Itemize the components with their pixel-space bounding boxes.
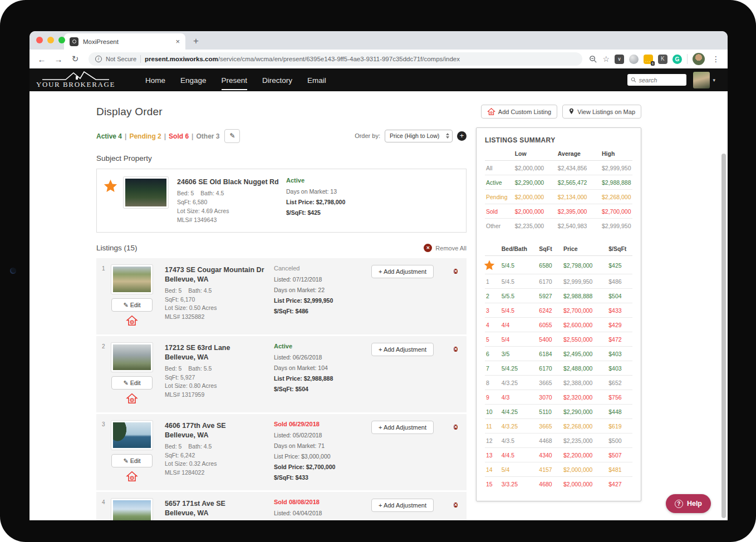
detail-price: $2,988,888: [562, 289, 607, 303]
days-on-market: Days on Market: 13: [286, 188, 384, 195]
zoom-window-button[interactable]: [58, 37, 65, 43]
extension-dark-icon[interactable]: K: [658, 55, 667, 64]
new-tab-button[interactable]: +: [193, 36, 199, 50]
filter-other[interactable]: Other 3: [196, 132, 219, 140]
detail-sqft: 4340: [538, 448, 562, 462]
extension-yellow-icon[interactable]: ...6: [644, 55, 653, 64]
edit-listing-button[interactable]: ✎ Edit: [111, 298, 153, 312]
price-low: $2,000,000: [514, 204, 557, 219]
user-menu[interactable]: ▾: [693, 72, 715, 88]
listing-row: 3✎ Edit4606 177th Ave SEBellevue, WABed:…: [96, 414, 467, 490]
listing-status-col: ActiveDays on Market: 13List Price: $2,7…: [286, 177, 384, 224]
brand-name: YOUR BROKERAGE: [36, 80, 115, 89]
list-price: List Price: $2,999,950: [274, 297, 371, 304]
bath-value: Bath: 4.5: [188, 287, 212, 294]
remove-listing-button[interactable]: ✕: [454, 265, 458, 329]
scrollbar-thumb[interactable]: [721, 154, 726, 518]
detail-price: $2,235,000: [562, 433, 607, 448]
detail-bedbath: 5/4.5: [500, 274, 538, 289]
nav-item-engage[interactable]: Engage: [180, 70, 207, 90]
price-high: $2,268,000: [601, 190, 632, 204]
minimize-window-button[interactable]: [47, 37, 54, 43]
filter-sold[interactable]: Sold 6: [169, 132, 189, 140]
address-bar[interactable]: i Not Secure present.moxiworks.com/servi…: [89, 52, 582, 66]
nav-item-present[interactable]: Present: [222, 70, 248, 90]
house-gear-icon[interactable]: [126, 470, 138, 485]
remove-listing-button[interactable]: ✕: [454, 421, 458, 485]
tab-close-icon[interactable]: ×: [175, 37, 180, 46]
bed-value: Bed: 5: [165, 443, 181, 450]
detail-bedbath: 3/5: [500, 347, 538, 361]
reload-icon[interactable]: ↻: [68, 54, 82, 64]
detail-persqft: $756: [607, 390, 632, 405]
edit-listing-button[interactable]: ✎ Edit: [111, 376, 153, 390]
browser-menu-icon[interactable]: ⋮: [710, 55, 722, 63]
help-button[interactable]: ? Help: [666, 494, 711, 513]
bookmark-star-icon[interactable]: ☆: [602, 55, 610, 63]
status-badge: Active: [286, 177, 384, 184]
grammarly-extension-icon[interactable]: G: [672, 55, 682, 64]
listing-address: 5657 171st Ave SEBellevue, WA: [165, 499, 274, 518]
browser-tabstrip: MoxiPresent × +: [30, 31, 728, 50]
browser-toolbar: ← → ↻ i Not Secure present.moxiworks.com…: [30, 50, 728, 68]
listing-photo: [111, 499, 153, 520]
add-adjustment-button[interactable]: + Add Adjustment: [371, 343, 434, 356]
search-input[interactable]: [639, 77, 683, 83]
browser-tab[interactable]: MoxiPresent ×: [64, 33, 185, 50]
detail-sqft: 6170: [538, 361, 562, 376]
remove-listing-icon: ✕: [454, 269, 458, 274]
price-low: $2,000,000: [514, 161, 557, 175]
add-custom-listing-button[interactable]: Add Custom Listing: [481, 105, 557, 119]
pocket-extension-icon[interactable]: ∨: [615, 55, 624, 64]
detail-sqft: 6242: [538, 303, 562, 318]
detail-row-number: 5: [485, 332, 500, 347]
edit-listing-button[interactable]: ✎ Edit: [111, 454, 153, 467]
zoom-icon[interactable]: [589, 55, 597, 63]
detail-sqft: 5927: [538, 289, 562, 303]
price-high: $2,999,950: [601, 219, 632, 233]
detail-price: $2,550,000: [562, 332, 607, 347]
listing-row: 4✎ Edit5657 171st Ave SEBellevue, WABed:…: [96, 492, 467, 520]
detail-price: $2,320,000: [562, 390, 607, 405]
nav-item-directory[interactable]: Directory: [262, 70, 292, 90]
remove-listing-button[interactable]: ✕: [454, 343, 458, 407]
listing-status-col: ActiveListed: 06/26/2018Days on Market: …: [274, 343, 371, 407]
add-listing-plus-button[interactable]: +: [457, 131, 467, 141]
filter-active[interactable]: Active 4: [96, 132, 122, 140]
bed-bath-line: Bed: 5Bath: 4.5: [165, 442, 274, 451]
forward-icon[interactable]: →: [52, 55, 65, 64]
remove-listing-button[interactable]: ✕: [454, 499, 458, 520]
edit-filters-button[interactable]: ✎: [224, 129, 240, 143]
detail-persqft: $472: [607, 332, 632, 347]
order-by-select[interactable]: Price (High to Low): [385, 130, 453, 142]
add-adjustment-button[interactable]: + Add Adjustment: [371, 499, 434, 512]
browser-profile-avatar[interactable]: [693, 53, 705, 65]
adjustment-col: + Add Adjustment: [371, 499, 434, 520]
brand-logo[interactable]: YOUR BROKERAGE: [36, 71, 115, 89]
extension-globe-icon[interactable]: [629, 55, 639, 64]
price-table-corner: [485, 146, 514, 161]
price-average: $2,565,472: [557, 175, 601, 190]
remove-all-button[interactable]: ✕ Remove All: [424, 244, 467, 252]
nav-search-box[interactable]: [627, 74, 686, 86]
mls-line: MLS# 1325882: [165, 313, 274, 322]
detail-sqft: 3665: [538, 419, 562, 433]
detail-sqft: 6184: [538, 347, 562, 361]
add-adjustment-button[interactable]: + Add Adjustment: [371, 421, 434, 434]
user-avatar[interactable]: [693, 72, 710, 88]
nav-item-home[interactable]: Home: [145, 70, 165, 90]
house-gear-icon[interactable]: [126, 392, 138, 407]
price-high: $2,700,000: [601, 204, 632, 219]
site-info-icon[interactable]: i: [95, 56, 102, 62]
close-window-button[interactable]: [36, 37, 43, 43]
filter-separator: |: [164, 132, 166, 140]
detail-summary-row: 114/3.253665$2,268,000$619: [485, 419, 632, 433]
detail-price: $2,290,000: [562, 405, 607, 419]
back-icon[interactable]: ←: [35, 55, 48, 64]
filter-pending[interactable]: Pending 2: [129, 132, 161, 140]
nav-item-email[interactable]: Email: [307, 70, 326, 90]
add-adjustment-button[interactable]: + Add Adjustment: [371, 265, 434, 278]
house-gear-icon[interactable]: [126, 314, 138, 329]
status-filters: Active 4|Pending 2|Sold 6|Other 3: [96, 131, 219, 141]
view-listings-on-map-button[interactable]: View Listings on Map: [562, 105, 641, 119]
